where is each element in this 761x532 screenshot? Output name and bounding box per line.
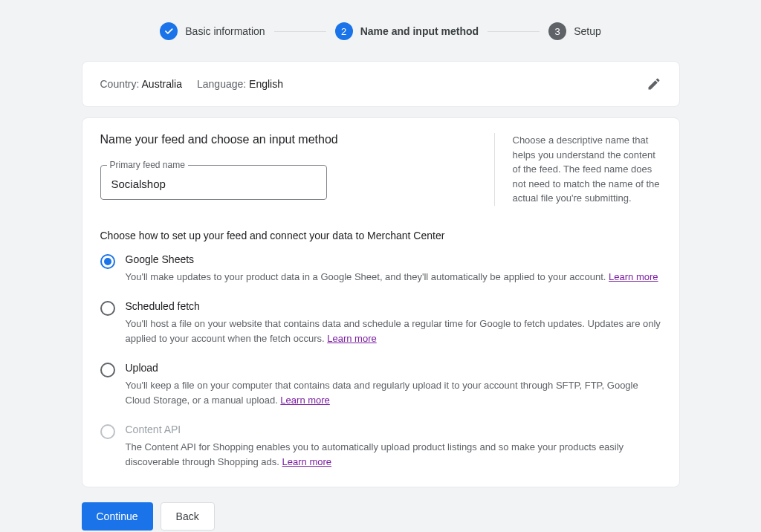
step-label: Name and input method	[360, 25, 479, 37]
step-label: Basic information	[185, 25, 265, 37]
feed-name-input[interactable]	[101, 170, 326, 199]
radio-icon[interactable]	[100, 363, 115, 377]
help-text: Choose a descriptive name that helps you…	[494, 133, 661, 206]
option-desc: The Content API for Shopping enables you…	[126, 440, 661, 469]
language-summary: Language: English	[197, 78, 283, 90]
back-button[interactable]: Back	[161, 502, 215, 531]
option-scheduled-fetch[interactable]: Scheduled fetch You'll host a file on yo…	[100, 300, 661, 346]
learn-more-link[interactable]: Learn more	[280, 395, 329, 406]
step-setup[interactable]: 3 Setup	[548, 22, 601, 40]
section-heading: Name your feed and choose an input metho…	[100, 133, 464, 146]
radio-icon[interactable]	[100, 254, 115, 269]
country-summary: Country: Australia	[100, 78, 183, 90]
step-number-icon: 3	[548, 22, 566, 40]
option-desc: You'll host a file on your website that …	[126, 317, 661, 346]
option-desc: You'll keep a file on your computer that…	[126, 378, 661, 407]
summary-card: Country: Australia Language: English	[82, 61, 680, 107]
option-upload[interactable]: Upload You'll keep a file on your comput…	[100, 362, 661, 407]
step-label: Setup	[574, 25, 601, 37]
stepper: Basic information 2 Name and input metho…	[82, 22, 680, 40]
step-connector	[274, 31, 326, 32]
main-card: Name your feed and choose an input metho…	[82, 117, 680, 487]
learn-more-link[interactable]: Learn more	[327, 333, 376, 344]
pencil-icon[interactable]	[647, 77, 661, 91]
continue-button[interactable]: Continue	[82, 502, 153, 531]
option-title: Upload	[126, 362, 661, 374]
option-title: Content API	[126, 424, 661, 435]
radio-icon[interactable]	[100, 301, 115, 316]
option-google-sheets[interactable]: Google Sheets You'll make updates to you…	[100, 253, 661, 285]
option-title: Google Sheets	[126, 253, 661, 265]
step-basic-info[interactable]: Basic information	[160, 22, 265, 40]
learn-more-link[interactable]: Learn more	[609, 271, 658, 282]
option-desc: You'll make updates to your product data…	[126, 270, 661, 285]
option-title: Scheduled fetch	[126, 300, 661, 312]
subsection-heading: Choose how to set up your feed and conne…	[100, 230, 661, 241]
learn-more-link[interactable]: Learn more	[282, 456, 331, 467]
option-content-api: Content API The Content API for Shopping…	[100, 424, 661, 469]
step-name-input[interactable]: 2 Name and input method	[335, 22, 479, 40]
step-connector	[488, 31, 540, 32]
input-legend: Primary feed name	[107, 160, 188, 170]
feed-name-field[interactable]: Primary feed name	[100, 160, 327, 200]
step-number-icon: 2	[335, 22, 353, 40]
check-icon	[160, 22, 178, 40]
radio-icon	[100, 424, 115, 439]
